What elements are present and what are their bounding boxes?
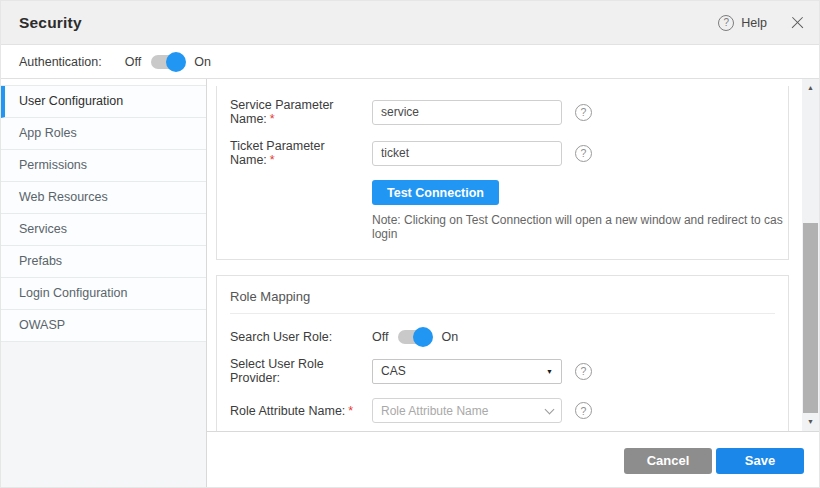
cancel-button[interactable]: Cancel [624, 448, 712, 474]
role-provider-select[interactable]: CAS ▼ [372, 359, 562, 384]
service-parameter-label: Service Parameter Name:* [230, 98, 372, 126]
help-icon[interactable]: ? [575, 363, 592, 380]
authentication-off-label: Off [125, 55, 141, 69]
role-mapping-title: Role Mapping [217, 276, 788, 313]
select-arrow-icon: ▼ [546, 368, 553, 375]
required-marker: * [270, 153, 275, 167]
ticket-parameter-label: Ticket Parameter Name:* [230, 139, 372, 167]
service-parameter-input[interactable] [372, 100, 562, 125]
sidebar-item-owasp[interactable]: OWASP [1, 310, 206, 342]
sidebar-item-login-configuration[interactable]: Login Configuration [1, 278, 206, 310]
scroll-down-icon[interactable]: ▼ [802, 415, 819, 429]
sidebar: User Configuration App Roles Permissions… [1, 79, 207, 488]
search-role-on-label: On [441, 330, 458, 344]
required-marker: * [348, 404, 353, 418]
service-parameter-row: Service Parameter Name:* ? [230, 98, 788, 126]
close-icon[interactable] [791, 16, 805, 30]
search-user-role-label: Search User Role: [230, 330, 372, 344]
role-attribute-input[interactable] [372, 398, 562, 423]
sidebar-item-app-roles[interactable]: App Roles [1, 118, 206, 150]
role-attribute-combobox [372, 398, 562, 423]
scroll-up-icon[interactable]: ▲ [802, 81, 819, 95]
sidebar-item-permissions[interactable]: Permissions [1, 150, 206, 182]
dialog-header: Security ? Help [1, 1, 819, 45]
sidebar-item-user-configuration[interactable]: User Configuration [1, 86, 206, 118]
sidebar-list: User Configuration App Roles Permissions… [1, 85, 206, 342]
test-connection-button[interactable]: Test Connection [372, 180, 499, 205]
ticket-parameter-row: Ticket Parameter Name:* ? [230, 139, 788, 167]
dialog-body: User Configuration App Roles Permissions… [1, 79, 819, 488]
ticket-parameter-input[interactable] [372, 141, 562, 166]
authentication-on-label: On [194, 55, 211, 69]
role-mapping-panel: Role Mapping Search User Role: Off On Se… [216, 275, 789, 431]
toggle-knob [166, 52, 186, 72]
sidebar-item-prefabs[interactable]: Prefabs [1, 246, 206, 278]
sidebar-item-web-resources[interactable]: Web Resources [1, 182, 206, 214]
help-icon[interactable]: ? [575, 145, 592, 162]
help-icon[interactable]: ? [575, 104, 592, 121]
content-area: Service Parameter Name:* ? Ticket Parame… [207, 79, 819, 488]
help-icon[interactable]: ? [575, 402, 592, 419]
sidebar-filler [1, 342, 206, 488]
role-attribute-label: Role Attribute Name:* [230, 404, 372, 418]
search-user-role-toggle[interactable] [398, 330, 430, 344]
search-role-off-label: Off [372, 330, 388, 344]
sidebar-item-services[interactable]: Services [1, 214, 206, 246]
toggle-knob [413, 327, 433, 347]
role-mapping-rows: Search User Role: Off On Select User Rol… [217, 314, 788, 423]
save-button[interactable]: Save [716, 448, 804, 474]
authentication-row: Authentication: Off On [1, 45, 819, 79]
authentication-label: Authentication: [19, 55, 102, 69]
authentication-toggle[interactable] [151, 55, 183, 69]
page-title: Security [19, 14, 82, 32]
role-provider-value: CAS [381, 364, 406, 378]
scrollbar-thumb[interactable] [803, 223, 818, 413]
cas-settings-panel: Service Parameter Name:* ? Ticket Parame… [216, 86, 789, 260]
search-user-role-row: Search User Role: Off On [230, 330, 788, 344]
test-connection-note: Note: Clicking on Test Connection will o… [372, 213, 788, 241]
test-connection-row: Test Connection [372, 180, 788, 205]
help-icon[interactable]: ? [718, 15, 734, 31]
help-link[interactable]: Help [741, 16, 767, 30]
vertical-scrollbar[interactable]: ▲ ▼ [802, 79, 819, 431]
header-actions: ? Help [718, 15, 805, 31]
role-attribute-row: Role Attribute Name:* ? [230, 398, 788, 423]
security-dialog: Security ? Help Authentication: Off On U… [0, 0, 820, 488]
role-provider-label: Select User Role Provider: [230, 357, 372, 385]
role-provider-row: Select User Role Provider: CAS ▼ ? [230, 357, 788, 385]
scroll-area: Service Parameter Name:* ? Ticket Parame… [207, 79, 819, 431]
required-marker: * [270, 112, 275, 126]
dialog-footer: Cancel Save [207, 431, 819, 488]
